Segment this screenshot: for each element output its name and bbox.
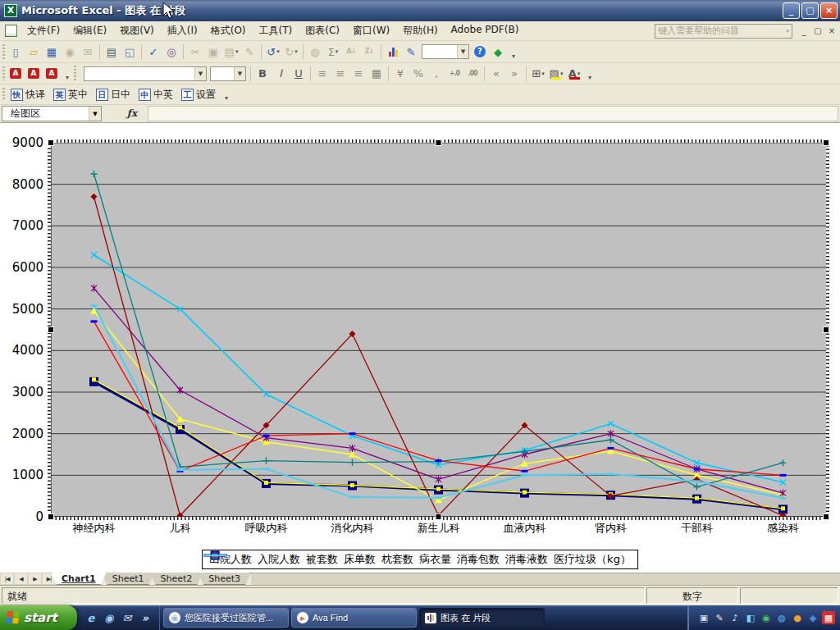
percent-style-icon[interactable]: % (409, 66, 427, 82)
kuaiyi-en-cn-button[interactable]: 英英中 (49, 86, 92, 103)
workbook-close-button[interactable]: × (825, 25, 838, 37)
spelling-icon[interactable]: ✓ (144, 43, 162, 60)
open-folder-icon[interactable]: ▱ (25, 43, 43, 60)
minimize-button[interactable]: _ (783, 2, 800, 19)
font-combo[interactable]: ▼ (84, 66, 207, 81)
toolbar-options-icon[interactable]: ▾ (62, 64, 72, 83)
sort-descending-icon[interactable]: Z↓ (360, 43, 378, 60)
start-button[interactable]: start (0, 605, 77, 630)
new-file-icon[interactable]: ▯ (7, 43, 25, 60)
menu-file[interactable]: 文件(F) (21, 21, 66, 40)
chevron-down-icon[interactable]: ▼ (234, 67, 245, 80)
ie-icon[interactable]: e (84, 610, 98, 625)
sheet-tab-chart1[interactable]: Chart1 (51, 573, 107, 585)
font-size-combo[interactable]: ▼ (210, 66, 246, 81)
sort-ascending-icon[interactable]: A↓ (342, 43, 360, 60)
align-center-icon[interactable]: ≡ (331, 66, 349, 82)
kingsoft-icon[interactable]: ◆ (489, 43, 507, 60)
task-ava-find[interactable]: ▸Ava Find (291, 608, 417, 628)
sheet-tab-sheet1[interactable]: Sheet1 (102, 573, 155, 585)
toolbar-options-icon[interactable]: ▾ (221, 85, 231, 103)
chart[interactable]: 0100020003000400050006000700080009000神经内… (0, 123, 840, 573)
drawing-icon[interactable]: ✎ (402, 43, 420, 60)
selection-handle[interactable] (436, 514, 441, 520)
currency-style-icon[interactable]: ¥ (391, 66, 409, 82)
paste-icon[interactable]: ▤▾ (222, 43, 240, 60)
research-icon[interactable]: ◎ (162, 43, 180, 60)
chevron-down-icon[interactable]: ▾ (786, 25, 789, 38)
mail-icon[interactable]: ✉ (79, 43, 97, 60)
pdf-batch-icon[interactable]: A (43, 66, 61, 82)
redo-icon[interactable]: ↻▾ (282, 43, 300, 60)
selection-handle[interactable] (48, 327, 54, 333)
fill-color-icon[interactable]: ▨▾ (547, 66, 565, 82)
task-browser[interactable]: ◉您医院接受过医院管... (163, 608, 289, 628)
menu-format[interactable]: 格式(O) (204, 21, 253, 40)
legend-item[interactable]: 入院人数 (258, 552, 300, 567)
align-right-icon[interactable]: ≡ (349, 66, 368, 82)
outlook-icon[interactable]: ✉ (120, 610, 135, 625)
increase-indent-icon[interactable]: » (505, 66, 523, 82)
legend-item[interactable]: 医疗垃圾（kg） (554, 552, 631, 567)
restore-button[interactable]: ▢ (801, 2, 819, 19)
increase-decimal-icon[interactable]: +.0 (445, 66, 463, 82)
legend-item[interactable]: 病衣量 (419, 552, 451, 567)
workbook-restore-button[interactable]: ▢ (811, 25, 824, 37)
toolbar-grip[interactable] (74, 66, 80, 82)
task-excel-chart[interactable]: 图表 在 片段 (419, 608, 545, 628)
excel-app-icon[interactable]: X (4, 4, 17, 17)
antivirus-icon[interactable]: ◉ (760, 611, 773, 624)
selection-handle[interactable] (824, 514, 829, 520)
chevron-icon[interactable]: » (138, 610, 153, 625)
autosum-icon[interactable]: Σ▾ (324, 43, 342, 60)
toolbar-options-icon[interactable]: ▾ (509, 42, 518, 62)
menu-help[interactable]: 帮助(H) (396, 21, 444, 40)
selection-handle[interactable] (824, 327, 829, 333)
tab-scroll-next[interactable]: ▶ (28, 573, 42, 585)
bold-icon[interactable]: B (253, 66, 272, 82)
sheet-tab-sheet3[interactable]: Sheet3 (198, 573, 251, 585)
legend-item[interactable]: 消毒液数 (505, 552, 548, 567)
messenger-icon[interactable]: ◍ (775, 611, 788, 624)
decrease-decimal-icon[interactable]: .00 (463, 66, 482, 82)
save-icon[interactable]: ▦ (43, 43, 61, 60)
chevron-down-icon[interactable]: ▼ (89, 107, 101, 121)
menu-window[interactable]: 窗口(W) (346, 21, 396, 40)
selection-handle[interactable] (48, 514, 54, 520)
chevron-down-icon[interactable]: ▼ (457, 45, 468, 58)
name-box[interactable]: 绘图区 ▼ (2, 106, 102, 121)
permission-icon[interactable]: ◉ (61, 43, 79, 60)
help-question-box[interactable]: 键入需要帮助的问题 ▾ (655, 24, 792, 39)
close-button[interactable]: × (820, 2, 838, 19)
pdf-convert-email-icon[interactable]: A (25, 66, 43, 82)
chart-wizard-icon[interactable] (384, 43, 402, 60)
kuaiyi-translate-button[interactable]: 快快译 (7, 86, 49, 103)
selection-handle[interactable] (824, 140, 829, 146)
print-preview-icon[interactable]: ◱ (121, 43, 139, 60)
volume-icon[interactable]: ♪ (728, 611, 742, 624)
sheet-tab-sheet2[interactable]: Sheet2 (149, 573, 203, 585)
red-app-icon[interactable]: ▦ (822, 611, 835, 624)
chart-sheet[interactable]: 0100020003000400050006000700080009000神经内… (0, 123, 840, 573)
media-player-icon[interactable]: ◉ (102, 610, 116, 625)
menu-edit[interactable]: 编辑(E) (66, 21, 113, 40)
formula-input[interactable] (148, 106, 838, 121)
workbook-icon[interactable] (5, 25, 17, 37)
menu-tools[interactable]: 工具(T) (253, 21, 299, 40)
borders-icon[interactable]: ⊞▾ (529, 66, 547, 82)
pdf-convert-icon[interactable]: A (7, 66, 25, 82)
tab-scrollbar-track[interactable] (251, 573, 840, 585)
underline-icon[interactable]: U (290, 66, 308, 82)
font-color-icon[interactable]: A▾ (565, 66, 583, 82)
pen-icon[interactable]: ✎ (713, 611, 726, 624)
cut-icon[interactable]: ✂ (186, 43, 204, 60)
menu-insert[interactable]: 插入(I) (161, 21, 204, 40)
align-left-icon[interactable]: ≡ (313, 66, 331, 82)
workbook-minimize-button[interactable]: _ (797, 25, 810, 37)
legend-item[interactable]: 枕套数 (381, 552, 413, 567)
legend-item[interactable]: 床单数 (344, 552, 376, 567)
chart-legend[interactable]: 出院人数入院人数被套数床单数枕套数病衣量消毒包数消毒液数医疗垃圾（kg） (202, 550, 638, 569)
hyperlink-icon[interactable]: ◍ (306, 43, 324, 60)
italic-icon[interactable]: I (272, 66, 290, 82)
tab-scroll-prev[interactable]: ◀ (14, 573, 28, 585)
